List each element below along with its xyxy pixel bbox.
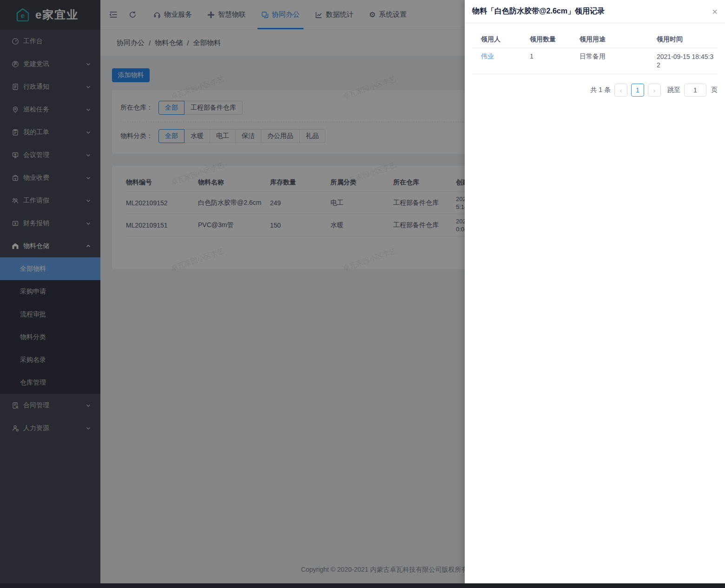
column-header: 领用人	[481, 35, 530, 44]
drawer-header: 物料「白色防水胶带@2.6cm」领用记录 ×	[465, 0, 725, 23]
close-icon[interactable]: ×	[712, 7, 718, 16]
usage-record-drawer: 物料「白色防水胶带@2.6cm」领用记录 × 领用人 领用数量 领用用途 领用时…	[465, 0, 725, 588]
pagination-jump-input[interactable]	[684, 84, 706, 97]
pagination-total: 共 1 条	[590, 86, 611, 94]
column-header: 领用时间	[657, 35, 718, 44]
column-header: 领用用途	[580, 35, 657, 44]
user-link[interactable]: 伟业	[481, 52, 530, 61]
cell-time: 2021-09-15 18:45:3 2	[657, 52, 718, 69]
pagination-page-1[interactable]: 1	[631, 84, 644, 97]
bottom-strip	[0, 583, 725, 588]
pagination-next-button[interactable]: ›	[648, 84, 661, 97]
pagination-jump-label: 跳至	[667, 86, 680, 94]
usage-table-row: 伟业 1 日常备用 2021-09-15 18:45:3 2	[472, 48, 718, 74]
cell-purpose: 日常备用	[580, 52, 657, 61]
drawer-body: 领用人 领用数量 领用用途 领用时间 伟业 1 日常备用 2021-09-15 …	[465, 31, 725, 97]
cell-time-line1: 2021-09-15 18:45:3	[657, 52, 718, 61]
drawer-title: 物料「白色防水胶带@2.6cm」领用记录	[472, 7, 605, 16]
cell-quantity: 1	[530, 52, 580, 60]
pagination-page-unit: 页	[711, 86, 718, 94]
pagination-prev-button[interactable]: ‹	[614, 84, 627, 97]
usage-table-header: 领用人 领用数量 领用用途 领用时间	[472, 31, 718, 48]
cell-time-line2: 2	[657, 61, 718, 69]
column-header: 领用数量	[530, 35, 580, 44]
pagination: 共 1 条 ‹ 1 › 跳至 页	[472, 84, 718, 97]
